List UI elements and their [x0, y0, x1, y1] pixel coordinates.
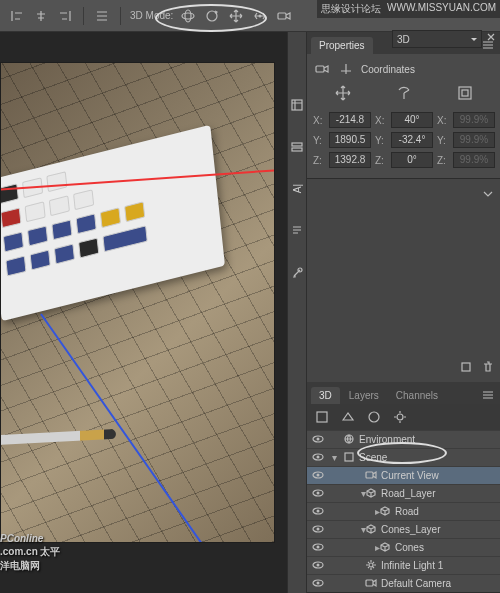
coord-row-y: Y:1890.5 Y:-32.4° Y:99.9%: [313, 132, 495, 148]
svg-rect-4: [278, 13, 286, 19]
coordinates-icon[interactable]: [337, 60, 355, 78]
collapsed-panel-strip: A|: [287, 32, 307, 593]
new-icon[interactable]: [457, 358, 475, 376]
visibility-icon[interactable]: [311, 578, 325, 589]
visibility-icon[interactable]: [311, 434, 325, 445]
zoom-camera-icon[interactable]: [275, 7, 293, 25]
rotate-icon[interactable]: [395, 84, 413, 102]
collapse-icon[interactable]: [479, 185, 497, 203]
tree-row[interactable]: Environment: [307, 430, 500, 448]
scale-x: 99.9%: [453, 112, 495, 128]
align-right-icon[interactable]: [56, 7, 74, 25]
tab-channels[interactable]: Channels: [388, 387, 446, 404]
panel-gap: [307, 179, 500, 382]
twisty-icon[interactable]: ▾: [329, 524, 361, 535]
row-label: Default Camera: [381, 578, 451, 589]
panel-menu-icon[interactable]: [479, 386, 497, 404]
tree-row[interactable]: Infinite Light 1: [307, 556, 500, 574]
swatches-icon[interactable]: [288, 138, 306, 156]
rot-z[interactable]: 0°: [391, 152, 433, 168]
filter-row: [307, 404, 500, 430]
filter-mesh-icon[interactable]: [339, 408, 357, 426]
tree-row[interactable]: ▾Cones_Layer: [307, 520, 500, 538]
visibility-icon[interactable]: [311, 506, 325, 517]
tab-3d[interactable]: 3D: [311, 387, 340, 404]
svg-rect-12: [462, 363, 470, 371]
svg-rect-11: [462, 90, 468, 96]
row-type-icon: [365, 523, 377, 537]
svg-rect-24: [366, 472, 373, 478]
pos-x[interactable]: -214.8: [329, 112, 371, 128]
canvas[interactable]: [0, 62, 275, 543]
coord-row-x: X:-214.8 X:40° X:99.9%: [313, 112, 495, 128]
scale-icon[interactable]: [456, 84, 474, 102]
distribute-icon[interactable]: [93, 7, 111, 25]
tree-row[interactable]: Current View: [307, 466, 500, 484]
align-left-icon[interactable]: [8, 7, 26, 25]
pos-z[interactable]: 1392.8: [329, 152, 371, 168]
tools-icon[interactable]: [288, 264, 306, 282]
svg-point-1: [185, 10, 191, 22]
svg-point-32: [317, 546, 320, 549]
twisty-icon[interactable]: ▾: [329, 452, 339, 463]
tab-properties[interactable]: Properties: [311, 37, 373, 54]
workspace-close-icon[interactable]: [486, 32, 496, 42]
svg-point-20: [317, 456, 320, 459]
visibility-icon[interactable]: [311, 470, 325, 481]
visibility-icon[interactable]: [311, 542, 325, 553]
visibility-icon[interactable]: [311, 560, 325, 571]
row-label: Current View: [381, 470, 439, 481]
pconline-watermark: PConline.com.cn 太平洋电脑网: [0, 529, 62, 573]
svg-rect-9: [316, 66, 324, 72]
svg-rect-21: [345, 453, 353, 461]
tree-row[interactable]: ▸Cones: [307, 538, 500, 556]
tree-row[interactable]: ▾Scene: [307, 448, 500, 466]
workspace-dropdown-label: 3D: [397, 34, 410, 45]
twisty-icon[interactable]: ▸: [329, 506, 375, 517]
tab-layers[interactable]: Layers: [341, 387, 387, 404]
rot-x[interactable]: 40°: [391, 112, 433, 128]
filter-light-icon[interactable]: [391, 408, 409, 426]
section-title: Coordinates: [361, 64, 415, 75]
roll-icon[interactable]: [203, 7, 221, 25]
svg-rect-13: [317, 412, 327, 422]
pos-y[interactable]: 1890.5: [329, 132, 371, 148]
twisty-icon[interactable]: ▸: [329, 542, 375, 553]
3d-panel: 3D Layers Channels Environment▾SceneCurr…: [307, 382, 500, 593]
svg-rect-5: [292, 100, 302, 110]
filter-material-icon[interactable]: [365, 408, 383, 426]
camera-icon[interactable]: [313, 60, 331, 78]
row-label: Environment: [359, 434, 415, 445]
visibility-icon[interactable]: [311, 488, 325, 499]
filter-scene-icon[interactable]: [313, 408, 331, 426]
visibility-icon[interactable]: [311, 524, 325, 535]
row-type-icon: [365, 578, 377, 590]
panels-column: A| Properties Coordinates: [287, 32, 500, 593]
tree-row[interactable]: ▸Road: [307, 502, 500, 520]
orbit-icon[interactable]: [179, 7, 197, 25]
divider: [83, 7, 84, 25]
trash-icon[interactable]: [479, 358, 497, 376]
tree-row[interactable]: Default Camera: [307, 574, 500, 592]
rot-y[interactable]: -32.4°: [391, 132, 433, 148]
align-center-h-icon[interactable]: [32, 7, 50, 25]
svg-rect-38: [366, 580, 373, 586]
tree-row[interactable]: ▾Road_Layer: [307, 484, 500, 502]
row-type-icon: [343, 433, 355, 447]
character-icon[interactable]: A|: [288, 180, 306, 198]
history-icon[interactable]: [288, 96, 306, 114]
pan-icon[interactable]: [227, 7, 245, 25]
paragraph-icon[interactable]: [288, 222, 306, 240]
row-label: Cones_Layer: [381, 524, 440, 535]
twisty-icon[interactable]: ▾: [329, 488, 361, 499]
svg-point-0: [182, 13, 194, 19]
document-area: PConline.com.cn 太平洋电脑网: [0, 32, 287, 593]
slide-icon[interactable]: [251, 7, 269, 25]
scene-tree: Environment▾SceneCurrent View▾Road_Layer…: [307, 430, 500, 592]
visibility-icon[interactable]: [311, 452, 325, 463]
svg-point-30: [317, 528, 320, 531]
row-label: Road_Layer: [381, 488, 435, 499]
move-icon[interactable]: [334, 84, 352, 102]
workspace-dropdown[interactable]: 3D: [392, 30, 482, 48]
properties-panel: Properties Coordinates X:-2: [307, 32, 500, 179]
